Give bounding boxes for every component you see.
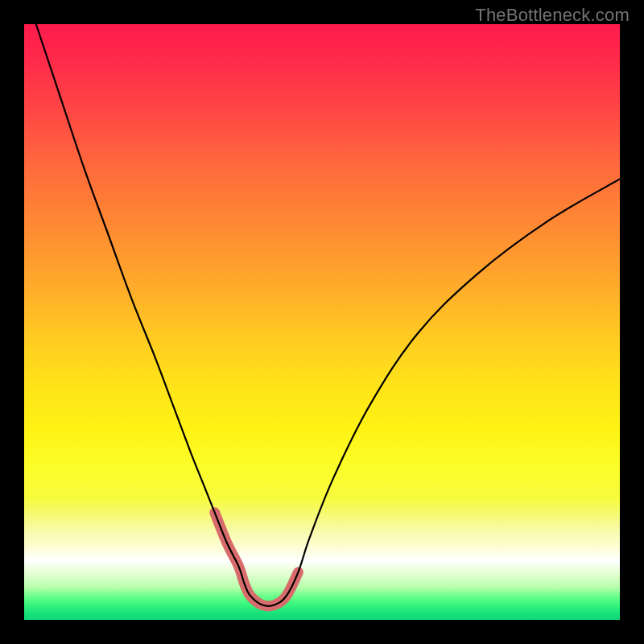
sweet-spot-highlight — [215, 513, 299, 606]
chart-frame: TheBottleneck.com — [0, 0, 644, 644]
plot-area — [24, 24, 620, 620]
chart-svg — [24, 24, 620, 620]
watermark-text: TheBottleneck.com — [475, 5, 630, 26]
bottleneck-curve — [36, 24, 620, 606]
